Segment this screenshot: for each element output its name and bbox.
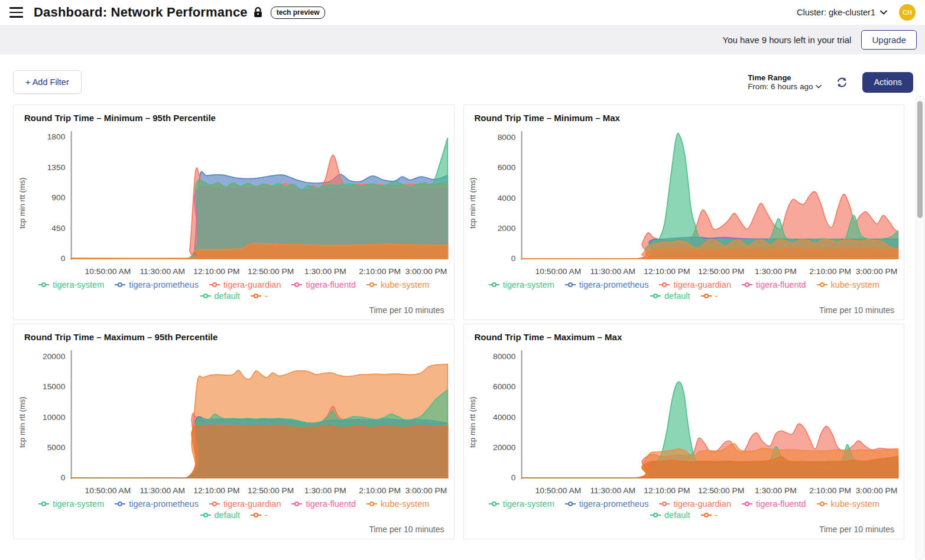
legend-label: kube-system: [381, 280, 429, 289]
svg-text:450: 450: [51, 224, 65, 233]
chart-card-max-95th: Round Trip Time – Maximum – 95th Percent…: [13, 324, 455, 539]
legend-item-dash[interactable]: -: [250, 291, 268, 301]
chart-card-max-max: Round Trip Time – Maximum – Max tcp min …: [463, 324, 905, 539]
series-marker-icon: [200, 292, 212, 299]
time-range-label: Time Range: [748, 73, 822, 82]
legend-label: tigera-prometheus: [579, 280, 649, 289]
add-filter-button[interactable]: + Add Filter: [13, 70, 82, 94]
legend-item-tigera-fluentd[interactable]: tigera-fluentd: [291, 280, 356, 289]
series-marker-icon: [209, 281, 220, 288]
refresh-icon[interactable]: [836, 76, 848, 89]
legend-item-kube-system[interactable]: kube-system: [366, 280, 429, 289]
chart-card-min-max: Round Trip Time – Minimum – Max tcp min …: [463, 105, 905, 320]
legend-item-tigera-system[interactable]: tigera-system: [488, 280, 554, 289]
legend-label: tigera-system: [503, 499, 554, 509]
menu-icon[interactable]: [9, 7, 23, 17]
legend-item-tigera-prometheus[interactable]: tigera-prometheus: [114, 499, 199, 509]
series-marker-icon: [250, 512, 262, 519]
scrollbar-thumb[interactable]: [917, 101, 923, 218]
series-marker-icon: [700, 292, 712, 299]
legend-item-kube-system[interactable]: kube-system: [816, 499, 879, 509]
legend-item-tigera-prometheus[interactable]: tigera-prometheus: [114, 280, 199, 289]
x-axis-caption: Time per 10 minutes: [15, 305, 453, 315]
actions-button[interactable]: Actions: [862, 72, 913, 93]
legend-item-kube-system[interactable]: kube-system: [816, 280, 879, 289]
series-marker-icon: [658, 500, 670, 507]
svg-text:12:50:00 PM: 12:50:00 PM: [248, 486, 294, 495]
series-marker-icon: [488, 500, 500, 507]
x-axis-caption: Time per 10 minutes: [15, 525, 453, 534]
chevron-down-icon: [880, 10, 887, 15]
series-marker-icon: [291, 281, 303, 288]
series-marker-icon: [658, 281, 670, 288]
chart-card-min-95th: Round Trip Time – Minimum – 95th Percent…: [13, 105, 455, 320]
trial-message: You have 9 hours left in your trial: [723, 35, 852, 45]
svg-text:2:10:00 PM: 2:10:00 PM: [359, 267, 401, 276]
svg-text:5000: 5000: [47, 443, 66, 452]
legend-item-tigera-system[interactable]: tigera-system: [38, 280, 104, 289]
y-axis-label: tcp min rtt (ms): [465, 129, 479, 278]
svg-text:2000: 2000: [497, 224, 515, 233]
series-marker-icon: [209, 500, 220, 507]
legend-item-tigera-system[interactable]: tigera-system: [38, 499, 104, 509]
legend-item-default[interactable]: default: [650, 291, 690, 301]
legend-item-tigera-fluentd[interactable]: tigera-fluentd: [741, 499, 806, 509]
svg-text:900: 900: [51, 194, 65, 203]
page-title: Dashboard: Network Performance: [34, 5, 248, 20]
legend-item-tigera-fluentd[interactable]: tigera-fluentd: [741, 280, 806, 289]
legend-label: kube-system: [831, 499, 879, 509]
legend-label: default: [664, 291, 690, 301]
area-chart: 0200040006000800010:50:00 AM11:30:00 AM1…: [479, 129, 903, 278]
time-range-value: From: 6 hours ago: [748, 82, 813, 91]
series-marker-icon: [650, 292, 661, 299]
avatar[interactable]: CH: [899, 4, 916, 21]
charts-grid: Round Trip Time – Minimum – 95th Percent…: [13, 105, 904, 539]
legend-item-tigera-guardian[interactable]: tigera-guardian: [209, 499, 281, 509]
svg-text:1800: 1800: [47, 133, 66, 142]
legend-label: -: [265, 291, 268, 301]
legend-label: -: [265, 510, 268, 520]
legend-item-dash[interactable]: -: [700, 510, 718, 520]
svg-text:6000: 6000: [497, 163, 515, 172]
legend-item-default[interactable]: default: [200, 291, 241, 301]
legend-item-default[interactable]: default: [200, 510, 241, 520]
legend-label: tigera-fluentd: [756, 280, 806, 289]
legend-item-tigera-prometheus[interactable]: tigera-prometheus: [564, 280, 649, 289]
time-range-selector[interactable]: Time Range From: 6 hours ago: [748, 73, 822, 91]
x-axis-caption: Time per 10 minutes: [465, 305, 903, 315]
legend-item-tigera-system[interactable]: tigera-system: [488, 499, 554, 509]
legend-item-tigera-prometheus[interactable]: tigera-prometheus: [564, 499, 649, 509]
svg-text:0: 0: [61, 474, 66, 483]
legend-item-tigera-guardian[interactable]: tigera-guardian: [658, 499, 731, 509]
svg-text:2:10:00 PM: 2:10:00 PM: [809, 267, 851, 276]
series-marker-icon: [291, 500, 303, 507]
chart-title: Round Trip Time – Maximum – 95th Percent…: [24, 332, 453, 342]
legend-label: tigera-guardian: [223, 499, 281, 509]
cluster-selector[interactable]: Cluster: gke-cluster1: [797, 8, 887, 17]
legend-item-dash[interactable]: -: [250, 510, 268, 520]
upgrade-button[interactable]: Upgrade: [861, 30, 917, 50]
series-marker-icon: [114, 281, 126, 288]
svg-text:10:50:00 AM: 10:50:00 AM: [85, 267, 131, 276]
legend-item-default[interactable]: default: [650, 510, 690, 520]
legend-label: kube-system: [831, 280, 879, 289]
legend-item-dash[interactable]: -: [700, 291, 718, 301]
legend-item-tigera-fluentd[interactable]: tigera-fluentd: [291, 499, 356, 509]
legend-item-kube-system[interactable]: kube-system: [366, 499, 429, 509]
legend-label: default: [215, 510, 241, 520]
scrollbar[interactable]: [916, 96, 924, 560]
legend-item-tigera-guardian[interactable]: tigera-guardian: [658, 280, 731, 289]
legend: tigera-systemtigera-prometheustigera-gua…: [15, 280, 453, 301]
legend-label: tigera-prometheus: [129, 499, 199, 509]
legend-label: kube-system: [381, 499, 429, 509]
legend-label: tigera-guardian: [223, 280, 281, 289]
svg-text:1:30:00 PM: 1:30:00 PM: [304, 267, 346, 276]
legend-label: default: [215, 291, 241, 301]
svg-text:1350: 1350: [47, 163, 66, 172]
svg-text:0: 0: [511, 255, 515, 263]
series-marker-icon: [816, 281, 828, 288]
area-chart: 02000040000600008000010:50:00 AM11:30:00…: [479, 348, 903, 497]
svg-text:11:30:00 AM: 11:30:00 AM: [590, 486, 635, 495]
legend-item-tigera-guardian[interactable]: tigera-guardian: [209, 280, 281, 289]
series-marker-icon: [114, 500, 126, 507]
